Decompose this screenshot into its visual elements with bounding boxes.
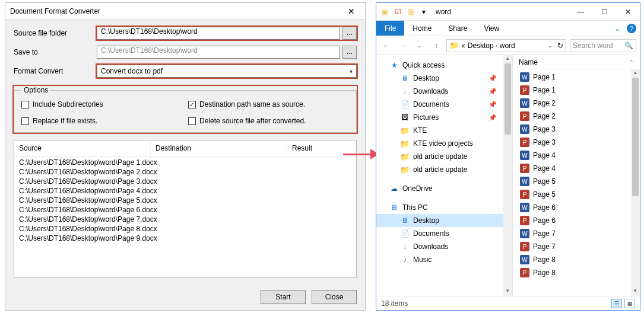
recent-chevron-icon[interactable]: ⌄ [413, 39, 426, 52]
file-item[interactable]: PPage 2 [513, 110, 640, 123]
folder-icon [400, 152, 410, 161]
tree-pc-music[interactable]: Music [376, 253, 512, 266]
tree-downloads[interactable]: Downloads📌 [376, 85, 512, 98]
start-button[interactable]: Start [261, 290, 306, 304]
tree-pc-desktop[interactable]: 🖥Desktop [376, 214, 512, 227]
list-item[interactable]: C:\Users\DT168\Desktop\word\Page 1.docx [14, 158, 356, 167]
pdf-icon: P [520, 242, 529, 251]
docx-icon: W [520, 98, 529, 108]
close-icon[interactable]: ✕ [342, 7, 360, 16]
list-item[interactable]: C:\Users\DT168\Desktop\word\Page 4.docx [14, 186, 356, 196]
explorer-titlebar: ▣ ☑ ▥ ▾ word — ☐ ✕ [376, 3, 640, 21]
list-item[interactable]: C:\Users\DT168\Desktop\word\Page 9.docx [14, 234, 356, 243]
list-item[interactable]: C:\Users\DT168\Desktop\word\Page 8.docx [14, 224, 356, 234]
search-input[interactable]: Search word 🔍 [570, 39, 636, 52]
files-scrollbar[interactable]: ▴▾ [631, 69, 640, 296]
file-item[interactable]: PPage 8 [513, 266, 640, 279]
list-item[interactable]: C:\Users\DT168\Desktop\word\Page 7.docx [14, 215, 356, 224]
browse-save-button[interactable]: ... [342, 46, 357, 59]
replace-checkbox[interactable]: Replace if file exists. [21, 117, 182, 125]
pdf-icon: P [520, 268, 529, 277]
downloads-icon [400, 87, 410, 96]
qat-icon[interactable]: ▥ [405, 6, 417, 18]
file-item[interactable]: WPage 3 [513, 123, 640, 136]
file-item[interactable]: PPage 3 [513, 136, 640, 149]
file-item[interactable]: WPage 6 [513, 201, 640, 214]
explorer-title: word [432, 8, 569, 16]
icons-view-icon[interactable]: ▦ [624, 299, 635, 308]
format-select[interactable]: Convert docx to pdf ▾ [97, 65, 357, 78]
files-header[interactable]: Name ⌃ [513, 55, 640, 69]
tree-pc-downloads[interactable]: Downloads [376, 240, 512, 253]
file-item[interactable]: WPage 8 [513, 253, 640, 266]
tree-pictures[interactable]: Pictures📌 [376, 111, 512, 124]
tree-kte[interactable]: KTE [376, 124, 512, 137]
file-item[interactable]: PPage 6 [513, 214, 640, 227]
list-item[interactable]: C:\Users\DT168\Desktop\word\Page 5.docx [14, 196, 356, 205]
tab-home[interactable]: Home [404, 21, 440, 36]
file-item[interactable]: WPage 1 [513, 71, 640, 84]
include-sub-checkbox[interactable]: Include Subdirectories [21, 100, 182, 108]
delete-src-checkbox[interactable]: Delete source file after converted. [188, 117, 349, 125]
tree-scrollbar[interactable]: ▴▾ [503, 55, 512, 296]
documents-icon [400, 229, 410, 238]
tree-this-pc[interactable]: 🖥This PC [376, 201, 512, 214]
close-button[interactable]: Close [312, 290, 357, 304]
file-item[interactable]: WPage 5 [513, 175, 640, 188]
up-button[interactable]: ↑ [430, 39, 443, 52]
minimize-button[interactable]: — [569, 3, 592, 21]
col-source[interactable]: Source [14, 140, 151, 156]
browse-source-button[interactable]: ... [342, 27, 357, 40]
pdf-icon: P [520, 138, 529, 147]
tree-onedrive[interactable]: ☁OneDrive [376, 182, 512, 195]
docx-icon: W [520, 203, 529, 212]
address-bar[interactable]: « Desktop› word ⌄ ↻ [446, 39, 566, 52]
file-item[interactable]: WPage 4 [513, 149, 640, 162]
file-item[interactable]: PPage 5 [513, 188, 640, 201]
tree-documents[interactable]: Documents📌 [376, 98, 512, 111]
tree-kte-video[interactable]: KTE video projects [376, 137, 512, 150]
file-item[interactable]: PPage 4 [513, 162, 640, 175]
folder-icon [400, 126, 410, 135]
list-item[interactable]: C:\Users\DT168\Desktop\word\Page 2.docx [14, 167, 356, 177]
tree-pc-documents[interactable]: Documents [376, 227, 512, 240]
file-item[interactable]: WPage 2 [513, 97, 640, 110]
tree-old-article[interactable]: old article update [376, 163, 512, 176]
source-input[interactable]: C:\Users\DT168\Desktop\word [97, 27, 340, 40]
details-view-icon[interactable]: ☰ [611, 299, 622, 308]
sort-chevron-icon[interactable]: ⌃ [629, 59, 634, 65]
chevron-right-icon[interactable]: › [496, 43, 497, 49]
converter-dialog: Document Format Converter ✕ Source file … [5, 2, 366, 311]
tab-view[interactable]: View [475, 21, 507, 36]
tab-file[interactable]: File [376, 21, 404, 36]
help-icon[interactable]: ? [627, 24, 636, 33]
pdf-icon: P [520, 216, 529, 225]
tree-quick-access[interactable]: ★Quick access [376, 59, 512, 72]
tree-old-article[interactable]: old article update [376, 150, 512, 163]
maximize-button[interactable]: ☐ [592, 3, 616, 21]
status-bar: 18 items ☰ ▦ [376, 296, 640, 310]
forward-button[interactable]: → [396, 39, 410, 52]
qat-chevron-icon[interactable]: ▾ [418, 6, 430, 18]
file-item[interactable]: PPage 1 [513, 84, 640, 97]
options-group: Options Include Subdirectories ✓Destinat… [14, 86, 357, 133]
docx-icon: W [520, 72, 529, 82]
chevron-down-icon[interactable]: ⌄ [548, 43, 553, 49]
list-item[interactable]: C:\Users\DT168\Desktop\word\Page 3.docx [14, 177, 356, 186]
tree-desktop[interactable]: 🖥Desktop📌 [376, 72, 512, 85]
dest-same-checkbox[interactable]: ✓Destination path same as source. [188, 100, 349, 108]
qat-icon[interactable]: ☑ [392, 6, 404, 18]
file-item[interactable]: PPage 7 [513, 240, 640, 253]
onedrive-icon: ☁ [389, 184, 399, 193]
desktop-icon: 🖥 [400, 74, 410, 83]
col-destination[interactable]: Destination [151, 140, 287, 156]
close-button[interactable]: ✕ [616, 3, 640, 21]
ribbon-expand-icon[interactable]: ⌄ [611, 21, 623, 36]
back-button[interactable]: ← [380, 39, 393, 52]
save-input[interactable]: C:\Users\DT168\Desktop\word [97, 46, 340, 59]
tab-share[interactable]: Share [440, 21, 475, 36]
refresh-icon[interactable]: ↻ [557, 41, 563, 50]
list-item[interactable]: C:\Users\DT168\Desktop\word\Page 6.docx [14, 205, 356, 215]
file-item[interactable]: WPage 7 [513, 227, 640, 240]
folder-icon[interactable]: ▣ [379, 6, 391, 18]
